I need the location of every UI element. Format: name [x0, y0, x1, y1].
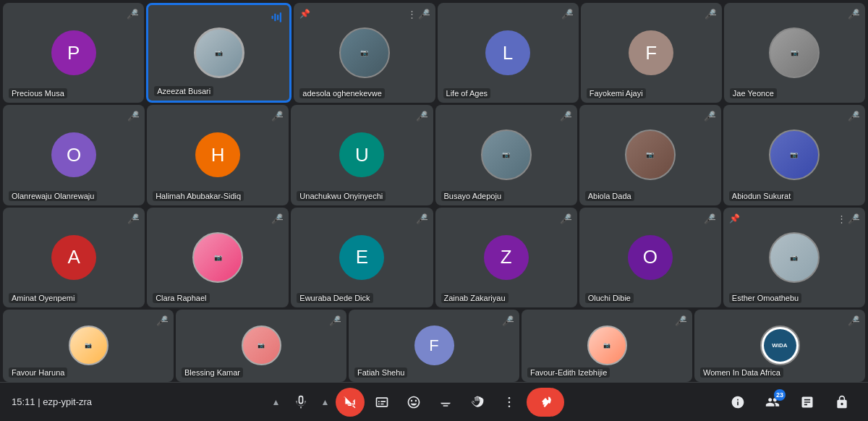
svg-point-5 [508, 401, 510, 403]
avatar-azeezat: 📷 [194, 27, 244, 78]
name-esther: Esther Omoathebu [729, 293, 801, 303]
name-abiodun: Abiodun Sukurat [729, 191, 793, 201]
mute-icon2-adesola: 🎤̶ [418, 9, 430, 20]
mute-icon-fatiah: 🎤̶ [502, 315, 514, 326]
avatar-halimah: H [195, 132, 240, 177]
info-button[interactable] [723, 388, 752, 417]
svg-point-4 [508, 396, 510, 399]
cell-favour-edith[interactable]: 🎤̶ 📷 Favour-Edith Izebhijie [522, 310, 692, 382]
mute-icon-favour-edith: 🎤̶ [675, 315, 686, 326]
avatar-olanrewaju: O [51, 132, 96, 177]
mute-icon-favour-haruna: 🎤̶ [156, 315, 168, 326]
name-azeezat-busari: Azeezat Busari [154, 86, 213, 96]
row-3: 🎤̶ A Aminat Oyenpemi 🎤̶ 📷 Clara Raphael … [3, 208, 865, 307]
pin-icon-adesola: 📌 [299, 9, 310, 19]
mute-icon-clara: 🎤̶ [271, 213, 283, 224]
avatar-busayo: 📷 [481, 129, 532, 180]
avatar-women-data: WiDA [760, 326, 800, 365]
toolbar-right: 23 [723, 388, 856, 417]
mute-icon-unachukwu: 🎤̶ [416, 111, 427, 122]
camera-button[interactable] [336, 388, 365, 417]
name-oluchi: Oluchi Dibie [585, 293, 634, 303]
mic-chevron[interactable]: ▲ [269, 388, 284, 417]
row-1: 🎤̶ P Precious Musa 📷 Azeezat Busari 📌 ⋮ … [3, 3, 865, 103]
activities-button[interactable] [793, 388, 822, 417]
mute-icon-zainab: 🎤̶ [560, 213, 571, 224]
name-jae-yeonce: Jae Yeonce [730, 88, 777, 98]
cell-unachukwu[interactable]: 🎤̶ U Unachukwu Onyinyechi [291, 105, 433, 205]
emoji-button[interactable] [399, 388, 428, 417]
name-busayo: Busayo Adepoju [441, 191, 505, 201]
cell-blessing[interactable]: 🎤̶ 📷 Blessing Kamar [176, 310, 346, 382]
avatar-zainab: Z [484, 235, 529, 280]
present-button[interactable] [431, 388, 460, 417]
avatar-precious: P [51, 30, 96, 75]
name-unachukwu: Unachukwu Onyinyechi [297, 191, 386, 201]
mute-icon-abiodun: 🎤̶ [848, 111, 859, 122]
name-favour-edith: Favour-Edith Izebhijie [527, 367, 610, 378]
name-blessing: Blessing Kamar [182, 367, 243, 378]
captions-button[interactable] [367, 388, 396, 417]
cell-clara[interactable]: 🎤̶ 📷 Clara Raphael [147, 208, 289, 307]
avatar-oluchi: O [628, 235, 673, 280]
name-favour-haruna: Favour Haruna [9, 367, 67, 378]
name-fatiah: Fatiah Shehu [354, 367, 407, 378]
cell-abiola[interactable]: 🎤̶ 📷 Abiola Dada [579, 105, 721, 205]
end-call-button[interactable] [527, 388, 564, 417]
cell-abiodun[interactable]: 🎤̶ 📷 Abiodun Sukurat [723, 105, 865, 205]
name-olanrewaju: Olanrewaju Olanrewaju [9, 191, 97, 201]
meeting-code: ezp-ypit-zra [43, 396, 92, 407]
raise-hand-button[interactable] [463, 388, 492, 417]
avatar-life: L [485, 30, 530, 75]
svg-point-6 [508, 405, 510, 407]
cell-adesola[interactable]: 📌 ⋮ 🎤̶ 📷 adesola oghenekevwe [294, 3, 435, 103]
cell-jae-yeonce[interactable]: 🎤̶ 📷 Jae Yeonce [724, 3, 865, 103]
cell-aminat[interactable]: 🎤̶ A Aminat Oyenpemi [3, 208, 145, 307]
cell-ewuraba[interactable]: 🎤̶ E Ewuraba Dede Dick [291, 208, 433, 307]
avatar-aminat: A [51, 235, 96, 280]
mute-icon-life: 🎤̶ [561, 9, 573, 20]
more-options-button[interactable] [495, 388, 524, 417]
bottom-bar: 15:11 | ezp-ypit-zra ▲ ▲ [0, 382, 868, 421]
mute-icon-ewuraba: 🎤̶ [416, 213, 427, 224]
avatar-adesola: 📷 [339, 27, 390, 78]
avatar-fatiah: F [414, 326, 454, 365]
cell-esther[interactable]: 📌 ⋮ 🎤̶ 📷 Esther Omoathebu [723, 208, 865, 307]
people-button[interactable]: 23 [758, 388, 787, 417]
cell-olanrewaju[interactable]: 🎤̶ O Olanrewaju Olanrewaju [3, 105, 145, 205]
name-zainab: Zainab Zakariyau [441, 293, 509, 303]
name-clara-raphael: Clara Raphael [153, 293, 209, 303]
mute-icon-women-data: 🎤̶ [848, 315, 859, 326]
cell-life-of-ages[interactable]: 🎤̶ L Life of Ages [438, 3, 579, 103]
mute-icon-busayo: 🎤̶ [560, 111, 571, 122]
participant-grid: 🎤̶ P Precious Musa 📷 Azeezat Busari 📌 ⋮ … [0, 0, 868, 382]
cell-busayo[interactable]: 🎤̶ 📷 Busayo Adepoju [435, 105, 577, 205]
lock-button[interactable] [827, 388, 856, 417]
name-ewuraba: Ewuraba Dede Dick [297, 293, 373, 303]
mute-icon: 🎤̶ [127, 9, 138, 20]
more-icon-esther: ⋮ [837, 213, 846, 224]
cell-precious-musa[interactable]: 🎤̶ P Precious Musa [3, 3, 144, 103]
camera-chevron[interactable]: ▲ [318, 388, 333, 417]
cell-oluchi[interactable]: 🎤̶ O Oluchi Dibie [579, 208, 721, 307]
mic-button[interactable] [286, 388, 315, 417]
cell-fayokemi[interactable]: 🎤̶ F Fayokemi Ajayi [581, 3, 722, 103]
avatar-blessing: 📷 [242, 326, 281, 365]
avatar-favour-haruna: 📷 [69, 326, 109, 365]
cell-favour-haruna[interactable]: 🎤̶ 📷 Favour Haruna [3, 310, 174, 382]
name-abiola: Abiola Dada [585, 191, 634, 201]
name-adesola: adesola oghenekevwe [299, 88, 384, 98]
name-aminat: Aminat Oyenpemi [9, 293, 77, 303]
cell-women-data[interactable]: 🎤̶ WiDA Women In Data Africa [694, 310, 865, 382]
avatar-favour-edith: 📷 [587, 326, 627, 365]
cell-fatiah[interactable]: 🎤̶ F Fatiah Shehu [349, 310, 519, 382]
pin-icon-esther: 📌 [729, 213, 740, 224]
name-life-of-ages: Life of Ages [443, 88, 491, 98]
cell-azeezat-busari[interactable]: 📷 Azeezat Busari [146, 3, 292, 103]
name-precious-musa: Precious Musa [9, 88, 67, 98]
mute-icon-jae: 🎤̶ [848, 9, 859, 20]
cell-halimah[interactable]: 🎤̶ H Halimah Abubakar-Sidiq [147, 105, 289, 205]
cell-zainab[interactable]: 🎤̶ Z Zainab Zakariyau [435, 208, 577, 307]
mute-icon-esther: 🎤̶ [848, 213, 859, 224]
svg-rect-2 [277, 14, 278, 20]
